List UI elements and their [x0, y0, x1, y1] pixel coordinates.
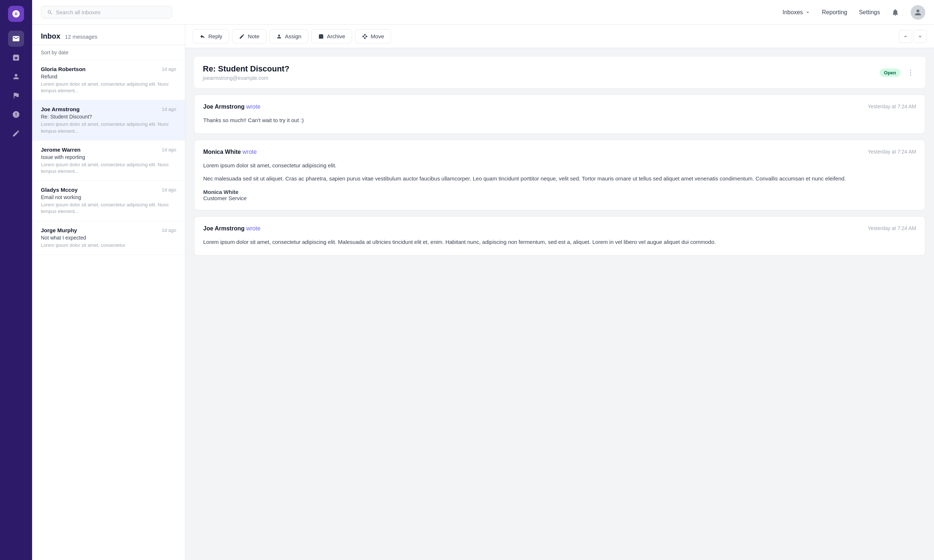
- wrote-label: wrote: [243, 149, 257, 155]
- sidebar-item-blocked[interactable]: [8, 106, 24, 123]
- sidebar-item-inbox[interactable]: [8, 31, 24, 47]
- inbox-panel: Inbox 12 messages Sort by date Gloria Ro…: [32, 25, 185, 560]
- avatar-icon: [914, 8, 922, 17]
- message-author: Monica White wrote: [203, 149, 257, 155]
- search-bar[interactable]: Search all inboxes: [41, 6, 172, 18]
- list-item[interactable]: Jorge Murphy 1d ago Not what I expected …: [32, 221, 185, 255]
- chevron-down-icon: [805, 10, 810, 15]
- next-message-button[interactable]: [914, 30, 927, 43]
- inbox-count: 12 messages: [65, 34, 97, 40]
- chevron-up-icon: [903, 34, 908, 39]
- message-time: 1d ago: [162, 66, 176, 72]
- list-item[interactable]: Gloria Robertson 1d ago Refund Lorem ips…: [32, 60, 185, 100]
- message-card: Monica White wrote Yesterday at 7:24 AM …: [194, 140, 925, 210]
- more-options-button[interactable]: ⋮: [905, 67, 917, 78]
- email-subject: Re: Student Discount?: [203, 64, 289, 74]
- move-button[interactable]: Move: [355, 29, 391, 43]
- message-card: Joe Armstrong wrote Yesterday at 7:24 AM…: [194, 216, 925, 255]
- prev-message-button[interactable]: [899, 30, 912, 43]
- message-timestamp: Yesterday at 7:24 AM: [868, 149, 916, 155]
- notifications-bell[interactable]: [889, 6, 902, 19]
- navigation-arrows: [899, 30, 927, 43]
- assign-button[interactable]: Assign: [269, 29, 308, 43]
- message-time: 1d ago: [162, 187, 176, 192]
- wrote-label: wrote: [246, 225, 260, 232]
- sender-name: Jerome Warren: [41, 146, 81, 153]
- sender-name: Gloria Robertson: [41, 66, 86, 72]
- logo[interactable]: [8, 6, 24, 22]
- message-author: Joe Armstrong wrote: [203, 225, 260, 232]
- inbox-header: Inbox 12 messages: [32, 25, 185, 45]
- list-item[interactable]: Gladys Mccoy 1d ago Email not working Lo…: [32, 181, 185, 221]
- wrote-label: wrote: [246, 103, 260, 110]
- email-panel: Reply Note Assign Archive Move: [185, 25, 934, 560]
- email-from: joearmstrong@example.com: [203, 75, 289, 81]
- content-area: Inbox 12 messages Sort by date Gloria Ro…: [32, 25, 934, 560]
- email-toolbar: Reply Note Assign Archive Move: [185, 25, 934, 48]
- search-placeholder: Search all inboxes: [56, 9, 101, 15]
- move-icon: [362, 34, 368, 39]
- assign-icon: [276, 34, 282, 39]
- message-subject: Issue with reporting: [41, 154, 176, 160]
- sender-name: Joe Armstrong: [41, 106, 80, 112]
- sender-name: Jorge Murphy: [41, 227, 77, 233]
- nav-reporting[interactable]: Reporting: [822, 9, 847, 16]
- message-timestamp: Yesterday at 7:24 AM: [868, 103, 916, 109]
- archive-button[interactable]: Archive: [311, 29, 352, 43]
- nav-inboxes[interactable]: Inboxes: [783, 9, 810, 16]
- nav-settings[interactable]: Settings: [859, 9, 880, 16]
- inbox-title: Inbox: [41, 32, 60, 40]
- reply-icon: [200, 34, 205, 39]
- email-subject-bar: Re: Student Discount? joearmstrong@examp…: [194, 57, 925, 89]
- message-body: Lorem ipsum dolor sit amet, consectetur …: [203, 161, 916, 183]
- reply-button[interactable]: Reply: [193, 29, 229, 43]
- message-time: 1d ago: [162, 106, 176, 112]
- sidebar-item-reports[interactable]: [8, 88, 24, 103]
- chevron-down-icon: [918, 34, 923, 39]
- archive-icon: [318, 34, 324, 39]
- sort-bar[interactable]: Sort by date: [32, 45, 185, 60]
- message-time: 1d ago: [162, 147, 176, 152]
- message-preview: Lorem ipsum dolor sit amet, consectetur …: [41, 121, 176, 134]
- message-subject: Re: Student Discount?: [41, 114, 176, 120]
- message-body: Thanks so much!! Can't wait to try it ou…: [203, 116, 916, 125]
- message-signature: Monica White Customer Service: [203, 189, 916, 201]
- message-preview: Lorem ipsum dolor sit amet, consectetur …: [41, 81, 176, 94]
- sidebar-item-archive[interactable]: [8, 49, 24, 66]
- main-container: Search all inboxes Inboxes Reporting Set…: [32, 0, 934, 560]
- list-item[interactable]: Jerome Warren 1d ago Issue with reportin…: [32, 141, 185, 181]
- message-body: Lorem ipsum dolor sit amet, consectetur …: [203, 238, 916, 246]
- status-badge: Open: [880, 69, 900, 77]
- topnav: Search all inboxes Inboxes Reporting Set…: [32, 0, 934, 25]
- message-author: Joe Armstrong wrote: [203, 103, 260, 110]
- message-card: Joe Armstrong wrote Yesterday at 7:24 AM…: [194, 94, 925, 134]
- sidebar-item-contacts[interactable]: [8, 69, 24, 85]
- note-button[interactable]: Note: [232, 29, 266, 43]
- bell-icon: [891, 8, 899, 16]
- user-avatar[interactable]: [911, 5, 925, 20]
- message-subject: Email not working: [41, 194, 176, 200]
- message-preview: Lorem ipsum dolor sit amet, consectetur …: [41, 202, 176, 215]
- sidebar: [0, 0, 32, 560]
- message-preview: Lorem ipsum dolor sit amet, consectetur: [41, 242, 176, 249]
- sidebar-item-compose[interactable]: [8, 125, 24, 142]
- email-content: Re: Student Discount? joearmstrong@examp…: [185, 48, 934, 560]
- sender-name: Gladys Mccoy: [41, 187, 78, 193]
- note-icon: [239, 34, 245, 39]
- message-subject: Not what I expected: [41, 235, 176, 241]
- message-preview: Lorem ipsum dolor sit amet, consectetur …: [41, 162, 176, 175]
- message-timestamp: Yesterday at 7:24 AM: [868, 225, 916, 231]
- message-time: 1d ago: [162, 228, 176, 233]
- search-icon: [47, 9, 53, 15]
- list-item[interactable]: Joe Armstrong 1d ago Re: Student Discoun…: [32, 100, 185, 140]
- inbox-list: Gloria Robertson 1d ago Refund Lorem ips…: [32, 60, 185, 560]
- message-subject: Refund: [41, 74, 176, 80]
- nav-links: Inboxes Reporting Settings: [783, 9, 880, 16]
